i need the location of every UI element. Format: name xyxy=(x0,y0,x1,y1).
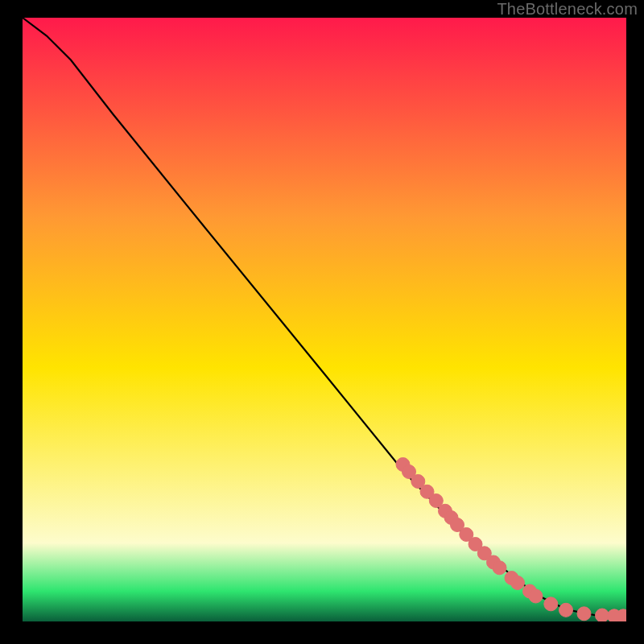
watermark-text: TheBottleneck.com xyxy=(497,0,638,19)
data-marker xyxy=(544,597,558,611)
chart-svg xyxy=(23,18,626,621)
chart-frame: TheBottleneck.com xyxy=(0,0,644,644)
plot-area xyxy=(23,18,626,621)
gradient-background xyxy=(23,18,626,621)
data-marker xyxy=(577,607,591,621)
data-marker xyxy=(596,609,609,621)
data-marker xyxy=(493,561,506,575)
data-marker xyxy=(559,603,573,617)
data-marker xyxy=(529,589,543,603)
data-marker xyxy=(511,576,525,590)
